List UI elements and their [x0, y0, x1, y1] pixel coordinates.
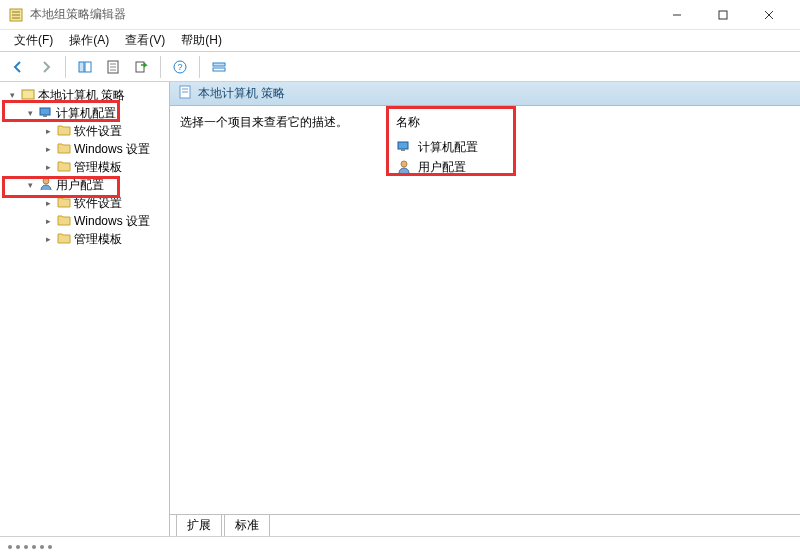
svg-rect-17 [40, 108, 50, 115]
close-button[interactable] [746, 0, 792, 30]
main-header: 本地计算机 策略 [170, 82, 800, 106]
status-dot [32, 545, 36, 549]
main-panel: 本地计算机 策略 选择一个项目来查看它的描述。 名称 计算机配置 用户配置 [170, 82, 800, 536]
svg-rect-23 [398, 142, 408, 149]
folder-icon [57, 142, 71, 157]
status-dot [48, 545, 52, 549]
status-dot [8, 545, 12, 549]
list-item-label: 用户配置 [418, 159, 466, 176]
status-dot [40, 545, 44, 549]
help-button[interactable]: ? [168, 55, 192, 79]
description-text: 选择一个项目来查看它的描述。 [180, 114, 380, 131]
tab-standard[interactable]: 标准 [224, 515, 270, 536]
maximize-button[interactable] [700, 0, 746, 30]
folder-icon [57, 160, 71, 175]
svg-rect-5 [79, 62, 84, 72]
folder-icon [57, 214, 71, 229]
minimize-button[interactable] [654, 0, 700, 30]
list-item-user-config[interactable]: 用户配置 [396, 157, 790, 177]
menu-file[interactable]: 文件(F) [6, 30, 61, 51]
folder-icon [57, 232, 71, 247]
svg-rect-24 [401, 149, 405, 151]
menu-help[interactable]: 帮助(H) [173, 30, 230, 51]
expander-icon[interactable]: ▸ [42, 162, 54, 172]
main-header-title: 本地计算机 策略 [198, 85, 285, 102]
toolbar-separator [65, 56, 66, 78]
computer-icon [396, 139, 412, 155]
user-icon [39, 177, 53, 194]
tree-label: 管理模板 [74, 231, 122, 248]
status-bar [0, 536, 800, 556]
sidebar-tree: ▾ 本地计算机 策略 ▾ 计算机配置 ▸ 软件设置 ▸ Windows 设置 ▸ [0, 82, 170, 536]
tree-label: 软件设置 [74, 195, 122, 212]
tree-label: Windows 设置 [74, 213, 150, 230]
tree-root-item[interactable]: ▾ 本地计算机 策略 [2, 86, 167, 104]
status-dot [24, 545, 28, 549]
tree-admin-templates[interactable]: ▸ 管理模板 [2, 230, 167, 248]
nav-back-button[interactable] [6, 55, 30, 79]
toolbar-separator [199, 56, 200, 78]
svg-point-19 [43, 178, 49, 184]
menu-action[interactable]: 操作(A) [61, 30, 117, 51]
computer-icon [39, 105, 53, 122]
tab-extended[interactable]: 扩展 [176, 515, 222, 536]
main-body: 选择一个项目来查看它的描述。 名称 计算机配置 用户配置 [170, 106, 800, 514]
nav-forward-button[interactable] [34, 55, 58, 79]
window-title: 本地组策略编辑器 [30, 6, 654, 23]
svg-rect-11 [136, 62, 144, 72]
app-icon [8, 7, 24, 23]
tree-label: 管理模板 [74, 159, 122, 176]
list-item-computer-config[interactable]: 计算机配置 [396, 137, 790, 157]
document-icon [178, 85, 192, 102]
description-column: 选择一个项目来查看它的描述。 [180, 114, 390, 506]
svg-rect-15 [213, 68, 225, 71]
tree-windows-settings[interactable]: ▸ Windows 设置 [2, 212, 167, 230]
window-root: 本地组策略编辑器 文件(F) 操作(A) 查看(V) 帮助(H) ? ▾ [0, 0, 800, 556]
list-column: 名称 计算机配置 用户配置 [390, 114, 790, 506]
folder-icon [57, 124, 71, 139]
expander-icon[interactable]: ▸ [42, 198, 54, 208]
toolbar: ? [0, 52, 800, 82]
svg-rect-18 [43, 115, 47, 117]
expander-icon[interactable]: ▸ [42, 216, 54, 226]
expander-icon[interactable]: ▸ [42, 234, 54, 244]
tabs: 扩展 标准 [170, 514, 800, 536]
body: ▾ 本地计算机 策略 ▾ 计算机配置 ▸ 软件设置 ▸ Windows 设置 ▸ [0, 82, 800, 536]
tree-windows-settings[interactable]: ▸ Windows 设置 [2, 140, 167, 158]
tree-label: 用户配置 [56, 177, 104, 194]
list-item-label: 计算机配置 [418, 139, 478, 156]
svg-rect-6 [85, 62, 91, 72]
tree-software-settings[interactable]: ▸ 软件设置 [2, 194, 167, 212]
tree-admin-templates[interactable]: ▸ 管理模板 [2, 158, 167, 176]
svg-rect-16 [22, 90, 34, 99]
expander-icon[interactable]: ▸ [42, 126, 54, 136]
svg-point-25 [401, 161, 407, 167]
expander-icon[interactable]: ▾ [24, 108, 36, 118]
expander-icon[interactable]: ▸ [42, 144, 54, 154]
folder-icon [57, 196, 71, 211]
tree-label: 软件设置 [74, 123, 122, 140]
show-hide-tree-button[interactable] [73, 55, 97, 79]
tree-computer-config[interactable]: ▾ 计算机配置 [2, 104, 167, 122]
tree-user-config[interactable]: ▾ 用户配置 [2, 176, 167, 194]
tree-root-label: 本地计算机 策略 [38, 87, 125, 104]
policy-icon [21, 87, 35, 104]
filter-button[interactable] [207, 55, 231, 79]
export-button[interactable] [129, 55, 153, 79]
tree-software-settings[interactable]: ▸ 软件设置 [2, 122, 167, 140]
svg-rect-2 [719, 11, 727, 19]
expander-icon[interactable]: ▾ [6, 90, 18, 100]
properties-button[interactable] [101, 55, 125, 79]
status-dot [16, 545, 20, 549]
tree-label: Windows 设置 [74, 141, 150, 158]
user-icon [396, 159, 412, 175]
toolbar-separator [160, 56, 161, 78]
svg-rect-14 [213, 63, 225, 66]
menubar: 文件(F) 操作(A) 查看(V) 帮助(H) [0, 30, 800, 52]
tree-label: 计算机配置 [56, 105, 116, 122]
column-header-name[interactable]: 名称 [396, 114, 790, 131]
window-controls [654, 0, 792, 30]
svg-text:?: ? [177, 62, 182, 72]
menu-view[interactable]: 查看(V) [117, 30, 173, 51]
expander-icon[interactable]: ▾ [24, 180, 36, 190]
